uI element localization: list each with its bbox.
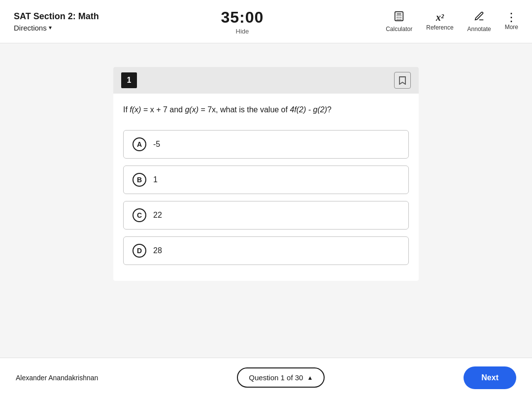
directions-button[interactable]: Directions ▾ <box>14 24 99 32</box>
page-title: SAT Section 2: Math <box>14 11 99 22</box>
reference-label: Reference <box>426 24 453 31</box>
hide-label[interactable]: Hide <box>236 28 249 35</box>
directions-label: Directions <box>14 24 47 32</box>
chevron-down-icon: ▾ <box>49 24 52 31</box>
choice-b-value: 1 <box>153 175 158 184</box>
choice-c-value: 22 <box>153 211 162 220</box>
reference-icon: x² <box>436 12 444 22</box>
question-nav-label: Question 1 of 30 <box>249 373 303 382</box>
header: SAT Section 2: Math Directions ▾ 35:00 H… <box>0 0 532 43</box>
choice-a-value: -5 <box>153 140 160 149</box>
choice-a[interactable]: A -5 <box>123 130 409 159</box>
more-icon: ⋮ <box>505 12 518 22</box>
answer-choices: A -5 B 1 C 22 D 28 <box>113 130 419 265</box>
annotate-label: Annotate <box>467 26 491 33</box>
choice-c-letter: C <box>133 208 146 222</box>
footer: Alexander Anandakrishnan Question 1 of 3… <box>0 358 532 397</box>
more-button[interactable]: ⋮ More <box>505 12 518 31</box>
question-text: If f(x) = x + 7 and g(x) = 7x, what is t… <box>113 103 419 116</box>
calculator-label: Calculator <box>386 26 412 33</box>
bookmark-button[interactable] <box>394 72 411 89</box>
annotate-button[interactable]: Annotate <box>467 11 491 33</box>
question-card: 1 If f(x) = x + 7 and g(x) = 7x, what is… <box>113 67 419 281</box>
more-label: More <box>505 24 518 31</box>
question-nav-button[interactable]: Question 1 of 30 ▲ <box>237 367 325 388</box>
annotate-icon <box>474 11 485 24</box>
caret-up-icon: ▲ <box>307 374 313 381</box>
choice-c[interactable]: C 22 <box>123 201 409 230</box>
timer-display: 35:00 <box>221 8 264 27</box>
question-number-badge: 1 <box>121 72 137 88</box>
question-number-bar: 1 <box>113 67 419 94</box>
choice-b[interactable]: B 1 <box>123 165 409 194</box>
header-tools: Calculator x² Reference Annotate ⋮ More <box>386 11 518 33</box>
choice-d-value: 28 <box>153 246 162 255</box>
header-left: SAT Section 2: Math Directions ▾ <box>14 11 99 32</box>
header-center: 35:00 Hide <box>221 8 264 35</box>
choice-d[interactable]: D 28 <box>123 236 409 265</box>
calculator-icon <box>394 11 404 24</box>
choice-a-letter: A <box>133 137 146 151</box>
choice-b-letter: B <box>133 173 146 187</box>
main-content: 1 If f(x) = x + 7 and g(x) = 7x, what is… <box>0 43 532 358</box>
user-name: Alexander Anandakrishnan <box>16 374 98 382</box>
calculator-button[interactable]: Calculator <box>386 11 412 33</box>
choice-d-letter: D <box>133 244 146 258</box>
next-button[interactable]: Next <box>464 366 516 389</box>
reference-button[interactable]: x² Reference <box>426 12 453 31</box>
